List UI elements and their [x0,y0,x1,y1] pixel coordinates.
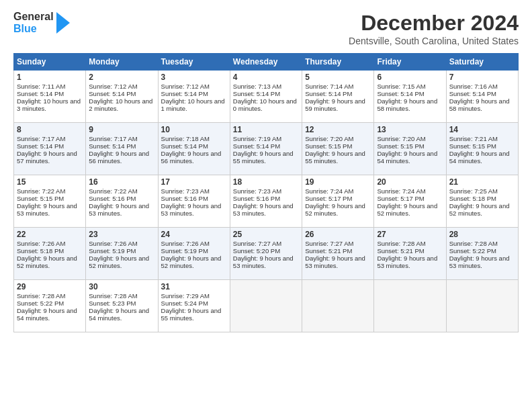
sunset: Sunset: 5:14 PM [89,90,154,97]
daylight: Daylight: 9 hours and 57 minutes. [17,150,83,165]
day-number: 8 [17,125,83,134]
weekday-thursday: Thursday [302,54,374,71]
weekday-saturday: Saturday [446,54,518,71]
day-number: 21 [449,177,515,187]
calendar-cell [446,280,518,332]
day-number: 9 [89,125,154,134]
day-number: 19 [305,177,371,187]
calendar-cell: 22Sunrise: 7:26 AMSunset: 5:18 PMDayligh… [14,228,86,280]
sunrise: Sunrise: 7:18 AM [161,135,227,142]
calendar-cell: 12Sunrise: 7:20 AMSunset: 5:15 PMDayligh… [302,123,374,175]
sunrise: Sunrise: 7:28 AM [377,240,443,247]
daylight: Daylight: 9 hours and 54 minutes. [17,307,83,322]
logo: GeneralBlue [13,11,70,34]
calendar-cell: 31Sunrise: 7:29 AMSunset: 5:24 PMDayligh… [158,280,230,332]
daylight: Daylight: 9 hours and 52 minutes. [305,202,371,217]
calendar-cell: 14Sunrise: 7:21 AMSunset: 5:15 PMDayligh… [446,123,518,175]
day-number: 4 [233,73,299,82]
daylight: Daylight: 9 hours and 53 minutes. [161,202,227,217]
sunrise: Sunrise: 7:15 AM [377,83,443,90]
sunset: Sunset: 5:16 PM [89,195,154,202]
day-number: 15 [17,177,83,187]
svg-marker-0 [56,12,70,34]
header: GeneralBlue December 2024 Dentsville, So… [13,11,519,46]
day-number: 24 [161,230,227,239]
day-number: 18 [233,177,299,187]
sunset: Sunset: 5:17 PM [305,195,371,202]
sunset: Sunset: 5:18 PM [449,195,515,202]
daylight: Daylight: 9 hours and 55 minutes. [161,307,227,322]
daylight: Daylight: 9 hours and 55 minutes. [305,150,371,165]
day-number: 14 [449,125,515,134]
day-number: 5 [305,73,371,82]
sunrise: Sunrise: 7:11 AM [17,83,83,90]
daylight: Daylight: 10 hours and 1 minute. [161,97,227,112]
sunset: Sunset: 5:16 PM [161,195,227,202]
calendar-cell: 15Sunrise: 7:22 AMSunset: 5:15 PMDayligh… [14,175,86,228]
daylight: Daylight: 9 hours and 52 minutes. [89,255,154,269]
sunrise: Sunrise: 7:26 AM [17,240,83,247]
sunrise: Sunrise: 7:28 AM [449,240,515,247]
sunrise: Sunrise: 7:26 AM [161,240,227,247]
month-title: December 2024 [349,11,519,36]
sunset: Sunset: 5:14 PM [377,90,443,97]
calendar-cell [230,280,302,332]
sunrise: Sunrise: 7:27 AM [233,240,299,247]
daylight: Daylight: 9 hours and 53 minutes. [305,255,371,269]
sunrise: Sunrise: 7:21 AM [449,135,515,142]
daylight: Daylight: 9 hours and 53 minutes. [233,202,299,217]
sunrise: Sunrise: 7:19 AM [233,135,299,142]
calendar-cell: 20Sunrise: 7:24 AMSunset: 5:17 PMDayligh… [374,175,446,228]
day-number: 26 [305,230,371,239]
day-number: 13 [377,125,443,134]
daylight: Daylight: 9 hours and 52 minutes. [161,255,227,269]
sunrise: Sunrise: 7:20 AM [377,135,443,142]
daylight: Daylight: 9 hours and 54 minutes. [89,307,154,322]
sunset: Sunset: 5:14 PM [233,90,299,97]
daylight: Daylight: 9 hours and 53 minutes. [449,255,515,269]
day-number: 11 [233,125,299,134]
day-number: 6 [377,73,443,82]
weekday-header-row: SundayMondayTuesdayWednesdayThursdayFrid… [14,54,519,71]
daylight: Daylight: 9 hours and 54 minutes. [377,150,443,165]
week-row-1: 1Sunrise: 7:11 AMSunset: 5:14 PMDaylight… [14,71,519,123]
sunset: Sunset: 5:23 PM [89,300,154,307]
sunset: Sunset: 5:15 PM [17,195,83,202]
daylight: Daylight: 10 hours and 0 minutes. [233,97,299,112]
weekday-monday: Monday [86,54,158,71]
daylight: Daylight: 9 hours and 53 minutes. [17,202,83,217]
calendar-cell [302,280,374,332]
sunrise: Sunrise: 7:13 AM [233,83,299,90]
day-number: 16 [89,177,154,187]
calendar-cell: 1Sunrise: 7:11 AMSunset: 5:14 PMDaylight… [14,71,86,123]
day-number: 17 [161,177,227,187]
logo-arrow-icon [56,12,70,34]
calendar-cell: 10Sunrise: 7:18 AMSunset: 5:14 PMDayligh… [158,123,230,175]
sunset: Sunset: 5:19 PM [161,247,227,255]
day-number: 12 [305,125,371,134]
calendar-cell: 2Sunrise: 7:12 AMSunset: 5:14 PMDaylight… [86,71,158,123]
day-number: 20 [377,177,443,187]
day-number: 10 [161,125,227,134]
sunrise: Sunrise: 7:23 AM [161,187,227,195]
day-number: 22 [17,230,83,239]
sunset: Sunset: 5:20 PM [233,247,299,255]
calendar-cell: 19Sunrise: 7:24 AMSunset: 5:17 PMDayligh… [302,175,374,228]
day-number: 28 [449,230,515,239]
sunset: Sunset: 5:14 PM [305,90,371,97]
day-number: 25 [233,230,299,239]
sunset: Sunset: 5:21 PM [305,247,371,255]
week-row-3: 15Sunrise: 7:22 AMSunset: 5:15 PMDayligh… [14,175,519,228]
calendar-cell: 21Sunrise: 7:25 AMSunset: 5:18 PMDayligh… [446,175,518,228]
day-number: 7 [449,73,515,82]
daylight: Daylight: 9 hours and 58 minutes. [449,97,515,112]
sunset: Sunset: 5:14 PM [449,90,515,97]
sunset: Sunset: 5:18 PM [17,247,83,255]
daylight: Daylight: 9 hours and 55 minutes. [233,150,299,165]
daylight: Daylight: 9 hours and 58 minutes. [377,97,443,112]
sunrise: Sunrise: 7:20 AM [305,135,371,142]
daylight: Daylight: 9 hours and 54 minutes. [449,150,515,165]
calendar-cell: 28Sunrise: 7:28 AMSunset: 5:22 PMDayligh… [446,228,518,280]
daylight: Daylight: 9 hours and 56 minutes. [89,150,154,165]
daylight: Daylight: 9 hours and 56 minutes. [161,150,227,165]
